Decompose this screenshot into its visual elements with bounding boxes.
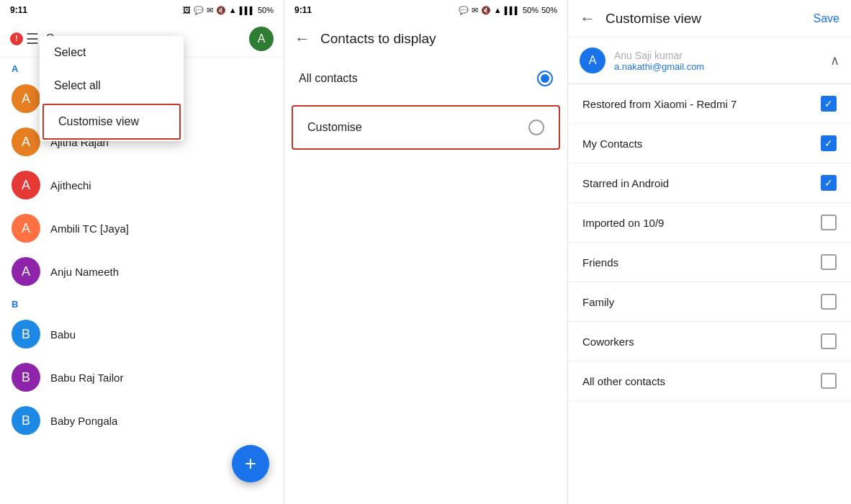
dropdown-select-all[interactable]: Select all [40, 69, 184, 102]
option-my-contacts-label: My Contacts [582, 138, 642, 150]
option-family-label: Family [582, 296, 614, 308]
option-all-other-checkbox[interactable] [821, 373, 837, 389]
msg-icon: ✉ [207, 6, 213, 15]
account-info: A Anu Saji kumar a.nakathi@gmail.com [580, 48, 704, 73]
customise-header-left: ← Customise view [580, 9, 701, 28]
back-arrow-2[interactable]: ← [294, 30, 310, 48]
option-starred[interactable]: Starred in Android ✓ [568, 163, 851, 203]
account-name: Anu Saji kumar [614, 50, 704, 61]
dropdown-menu: Select Select all Customise view [40, 36, 184, 141]
section-b: B [0, 293, 284, 312]
option-friends-checkbox[interactable] [821, 254, 837, 270]
msg-icon-2: ✉ [472, 6, 478, 15]
status-icons-2: 💬 ✉ 🔇 ▲ ▌▌▌ 50% 50% [459, 6, 557, 15]
contact-ajithechi[interactable]: A Ajithechi [0, 163, 284, 207]
option-friends[interactable]: Friends [568, 243, 851, 282]
contact-name-babu-raj: Babu Raj Tailor [50, 372, 123, 384]
fab-add[interactable]: + [232, 445, 269, 482]
signal-icon-2: ▌▌▌ [505, 6, 520, 14]
account-email: a.nakathi@gmail.com [614, 61, 704, 72]
option-family[interactable]: Family [568, 282, 851, 322]
all-contacts-option[interactable]: All contacts [284, 58, 567, 99]
whatsapp-icon: 💬 [194, 6, 204, 15]
option-coworkers-label: Coworkers [582, 336, 634, 348]
contact-avatar-ajitha-rajan: A [12, 127, 40, 156]
option-all-other-label: All other contacts [582, 375, 665, 387]
mute-icon-2: 🔇 [481, 6, 491, 15]
option-starred-label: Starred in Android [582, 177, 669, 189]
customise-radio[interactable] [528, 120, 544, 135]
contact-avatar-babu: B [12, 320, 40, 348]
option-restored-label: Restored from Xiaomi - Redmi 7 [582, 98, 737, 110]
contact-baby[interactable]: B Baby Pongala [0, 399, 284, 442]
option-restored-checkbox[interactable]: ✓ [821, 96, 837, 112]
option-starred-checkbox[interactable]: ✓ [821, 175, 837, 191]
back-arrow-3[interactable]: ← [580, 9, 595, 28]
contact-avatar-babu-raj: B [12, 363, 40, 392]
status-icons-1: 🖼 💬 ✉ 🔇 ▲ ▌▌▌ 50% [183, 6, 274, 15]
whatsapp-icon-2: 💬 [459, 6, 469, 15]
contact-name-ambili: Ambili TC [Jaya] [50, 222, 129, 235]
contact-anju[interactable]: A Anju Nameeth [0, 250, 284, 293]
customise-option[interactable]: Customise [292, 105, 560, 150]
all-contacts-radio[interactable] [537, 71, 553, 86]
hamburger-container: ! ☰ [10, 30, 39, 48]
dropdown-customise-view[interactable]: Customise view [42, 104, 181, 140]
save-button[interactable]: Save [814, 12, 839, 25]
contact-avatar-ajithechi: A [12, 171, 40, 199]
dropdown-select[interactable]: Select [40, 36, 184, 69]
contact-babu-raj[interactable]: B Babu Raj Tailor [0, 356, 284, 399]
option-coworkers-checkbox[interactable] [821, 333, 837, 349]
account-details: Anu Saji kumar a.nakathi@gmail.com [614, 50, 704, 72]
customise-header: ← Customise view Save [568, 0, 851, 37]
status-bar-1: 9:11 🖼 💬 ✉ 🔇 ▲ ▌▌▌ 50% [0, 0, 284, 20]
time-1: 9:11 [10, 5, 27, 15]
time-2: 9:11 [294, 5, 312, 15]
mute-icon: 🔇 [216, 6, 226, 15]
battery-icon: 50% [258, 6, 274, 14]
customise-panel-title: Customise view [605, 11, 701, 27]
contact-ambili[interactable]: A Ambili TC [Jaya] [0, 207, 284, 250]
contact-avatar-anju: A [12, 257, 40, 286]
contact-name-babu: Babu [50, 328, 76, 341]
hamburger-icon[interactable]: ☰ [26, 30, 39, 48]
chevron-up-icon[interactable]: ∧ [830, 53, 839, 68]
option-my-contacts-checkbox[interactable]: ✓ [821, 135, 837, 151]
contact-avatar-ajitha-milk: A [12, 84, 40, 113]
contact-name-anju: Anju Nameeth [50, 266, 119, 278]
all-contacts-label: All contacts [299, 72, 358, 85]
customise-label: Customise [307, 121, 362, 134]
user-avatar-1[interactable]: A [249, 27, 274, 51]
display-panel-title: Contacts to display [320, 31, 436, 47]
contact-name-baby: Baby Pongala [50, 415, 117, 427]
signal-icon: ▌▌▌ [240, 6, 255, 14]
account-row[interactable]: A Anu Saji kumar a.nakathi@gmail.com ∧ [568, 37, 851, 84]
contact-name-ajithechi: Ajithechi [50, 179, 91, 192]
notification-badge: ! [10, 32, 23, 45]
option-restored[interactable]: Restored from Xiaomi - Redmi 7 ✓ [568, 84, 851, 124]
customise-panel: ← Customise view Save A Anu Saji kumar a… [568, 0, 851, 504]
status-bar-2: 9:11 💬 ✉ 🔇 ▲ ▌▌▌ 50% 50% [284, 0, 567, 20]
option-imported-checkbox[interactable] [821, 215, 837, 230]
option-my-contacts[interactable]: My Contacts ✓ [568, 124, 851, 163]
wifi-icon-2: ▲ [494, 6, 502, 14]
contact-babu[interactable]: B Babu [0, 312, 284, 356]
battery-icon-2: 50% [523, 6, 539, 14]
all-contacts-radio-inner [541, 74, 549, 83]
option-all-other[interactable]: All other contacts [568, 361, 851, 401]
option-friends-label: Friends [582, 256, 618, 269]
notification-icon: 🖼 [183, 6, 191, 14]
option-imported-label: Imported on 10/9 [582, 217, 664, 229]
contact-avatar-baby: B [12, 406, 40, 435]
contacts-display-panel: 9:11 💬 ✉ 🔇 ▲ ▌▌▌ 50% 50% ← Contacts to d… [284, 0, 568, 504]
contacts-panel: 9:11 🖼 💬 ✉ 🔇 ▲ ▌▌▌ 50% ! ☰ Sea A Select … [0, 0, 284, 504]
battery-pct-2: 50% [541, 6, 557, 14]
display-header: ← Contacts to display [284, 20, 567, 58]
account-avatar: A [580, 48, 605, 73]
option-family-checkbox[interactable] [821, 294, 837, 310]
option-imported[interactable]: Imported on 10/9 [568, 203, 851, 243]
contact-avatar-ambili: A [12, 214, 40, 243]
option-coworkers[interactable]: Coworkers [568, 322, 851, 361]
wifi-icon: ▲ [229, 6, 237, 14]
